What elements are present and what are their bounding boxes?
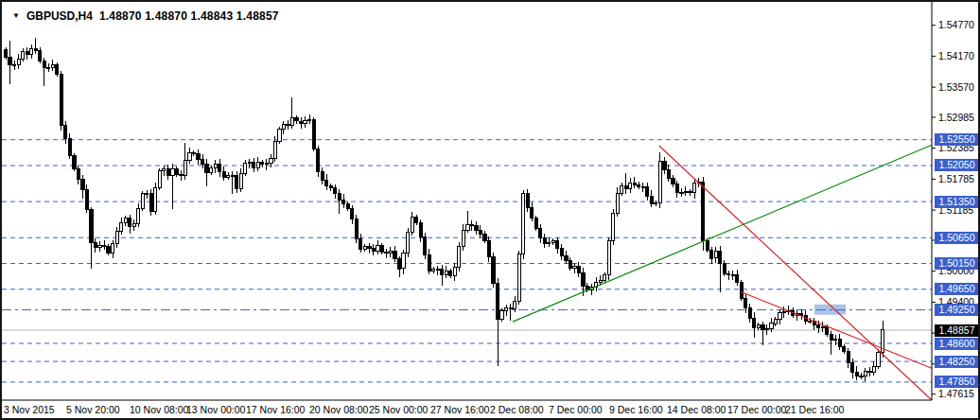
candle bbox=[621, 183, 623, 195]
candle bbox=[496, 278, 499, 366]
candle bbox=[492, 253, 495, 288]
candle bbox=[505, 305, 508, 316]
candle bbox=[633, 177, 636, 188]
candle bbox=[719, 246, 722, 291]
candle bbox=[727, 271, 730, 280]
candle bbox=[641, 183, 644, 192]
candle bbox=[175, 166, 178, 177]
chart-plot-area[interactable] bbox=[2, 2, 978, 418]
candle bbox=[864, 368, 866, 381]
candle bbox=[526, 189, 529, 213]
candle bbox=[424, 233, 427, 259]
candle bbox=[522, 190, 525, 259]
chart-window: ▼ GBPUSD,H4 1.48870 1.48870 1.48843 1.48… bbox=[0, 0, 980, 420]
candle bbox=[748, 304, 751, 323]
downtrend-line-main[interactable] bbox=[659, 146, 932, 400]
date-scale-label: 20 Nov 08:00 bbox=[309, 404, 368, 415]
candle bbox=[43, 58, 45, 86]
candle bbox=[73, 153, 76, 171]
candle bbox=[868, 367, 871, 376]
candle bbox=[838, 334, 841, 350]
uptrend-line[interactable] bbox=[513, 145, 932, 322]
candle bbox=[692, 180, 695, 199]
candle bbox=[432, 267, 435, 273]
candle bbox=[342, 194, 345, 207]
candle bbox=[650, 190, 653, 206]
candle bbox=[351, 205, 354, 224]
candle bbox=[638, 182, 640, 188]
candle bbox=[539, 224, 542, 243]
candle bbox=[607, 237, 610, 281]
candle bbox=[30, 44, 33, 59]
price-scale-label: 1.47615 bbox=[938, 388, 974, 400]
candle bbox=[137, 203, 140, 228]
candle bbox=[394, 246, 396, 262]
candlesticks-layer[interactable] bbox=[4, 38, 884, 380]
candle bbox=[115, 227, 118, 248]
candle bbox=[17, 54, 20, 69]
candle bbox=[214, 160, 217, 173]
candle bbox=[68, 133, 71, 159]
candle bbox=[154, 183, 157, 216]
candle bbox=[256, 157, 259, 171]
price-scale-label: 1.54170 bbox=[938, 50, 974, 62]
price-level-badge: 1.48250 bbox=[935, 356, 979, 368]
candle bbox=[428, 249, 430, 274]
price-level-badge: 1.48600 bbox=[935, 338, 979, 350]
candle bbox=[881, 321, 884, 358]
candle bbox=[658, 152, 661, 209]
date-scale-label: 5 Nov 20:00 bbox=[66, 404, 120, 415]
candle bbox=[205, 159, 208, 186]
candle bbox=[282, 121, 285, 134]
candle bbox=[132, 219, 135, 231]
candle bbox=[111, 240, 114, 258]
candle bbox=[531, 202, 534, 221]
price-level-badge: 1.50150 bbox=[935, 257, 979, 270]
candle bbox=[629, 178, 632, 193]
date-scale-label: 17 Nov 16:00 bbox=[246, 404, 305, 415]
candle bbox=[453, 263, 456, 281]
candle bbox=[779, 309, 781, 324]
date-scale-label: 14 Dec 08:00 bbox=[667, 404, 726, 415]
candle bbox=[346, 201, 349, 211]
candle bbox=[197, 149, 200, 165]
candle bbox=[736, 270, 739, 286]
candle bbox=[534, 216, 537, 231]
current-price-badge: 1.48857 bbox=[935, 324, 979, 337]
candle bbox=[287, 120, 289, 130]
candle bbox=[441, 265, 444, 286]
candle bbox=[60, 71, 62, 131]
symbol-marker-icon[interactable]: ▼ bbox=[12, 12, 20, 20]
candle bbox=[321, 167, 324, 184]
candle bbox=[166, 165, 169, 180]
date-scale-label: 21 Dec 16:00 bbox=[785, 404, 844, 415]
candle bbox=[222, 166, 225, 181]
candle bbox=[774, 317, 777, 326]
candle bbox=[184, 143, 186, 180]
candle bbox=[577, 262, 580, 277]
candle bbox=[543, 234, 546, 248]
candle bbox=[325, 174, 328, 189]
candle bbox=[146, 190, 149, 200]
candle bbox=[860, 373, 863, 378]
candle bbox=[107, 244, 110, 255]
candle bbox=[483, 231, 486, 242]
date-scale-label: 27 Nov 16:00 bbox=[430, 404, 489, 415]
candle bbox=[765, 324, 768, 335]
candle bbox=[188, 148, 191, 164]
candle bbox=[9, 41, 11, 85]
candle bbox=[573, 263, 576, 273]
candle bbox=[295, 115, 298, 124]
candle bbox=[385, 249, 388, 258]
candle bbox=[368, 243, 371, 254]
date-scale-label: 25 Nov 00:00 bbox=[369, 404, 428, 415]
candle bbox=[312, 117, 315, 151]
candle bbox=[180, 170, 183, 180]
candle bbox=[475, 221, 478, 236]
candle bbox=[714, 247, 717, 263]
candle bbox=[462, 224, 464, 250]
candle bbox=[517, 251, 520, 305]
candle bbox=[85, 184, 88, 214]
candle bbox=[329, 184, 332, 190]
candle bbox=[458, 242, 461, 271]
